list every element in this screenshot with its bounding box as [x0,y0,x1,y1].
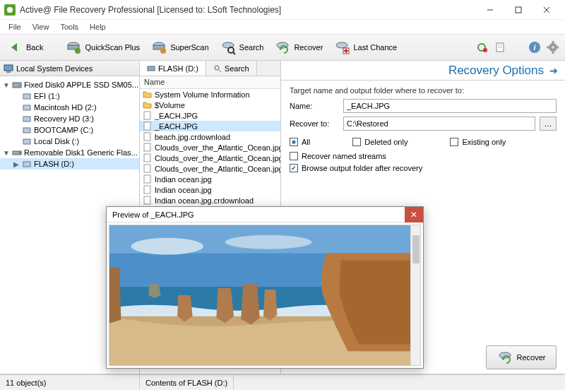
tab-search[interactable]: Search [206,61,257,76]
close-button[interactable] [533,0,561,20]
svg-rect-51 [144,143,150,151]
svg-rect-34 [6,71,11,73]
arrow-right-icon[interactable]: ➔ [549,65,558,76]
app-icon [4,4,16,16]
menu-view[interactable]: View [27,21,55,32]
preview-window[interactable]: Preview of _EACH.JPG ✕ [106,206,424,369]
document-icon[interactable] [494,41,506,54]
svg-rect-49 [144,122,150,130]
svg-rect-41 [23,139,30,144]
toolbar: Back QuickScan Plus SuperScan Search Rec… [0,34,565,61]
search-button[interactable]: Search [218,37,271,57]
svg-point-11 [160,48,166,54]
svg-rect-44 [23,162,30,167]
opt-streams[interactable]: Recover named streams [290,152,557,160]
disk-superscan-icon [151,40,167,55]
refresh-icon[interactable] [475,41,488,54]
file-row[interactable]: Indian ocean.jpg.crdownload [140,195,280,206]
recover-button[interactable]: Recover [272,37,330,57]
tree-node[interactable]: BOOTCAMP (C:) [0,124,139,136]
svg-line-14 [233,52,235,54]
filter-all[interactable]: ■All [290,138,310,146]
maximize-button[interactable] [504,0,533,20]
quickscan-button[interactable]: QuickScan Plus [63,37,147,57]
info-icon[interactable]: i [528,41,540,54]
drive-icon [147,64,155,73]
lastchance-icon [334,40,350,55]
lastchance-button[interactable]: Last Chance [331,37,404,57]
svg-point-21 [483,48,487,52]
svg-rect-40 [23,128,30,133]
svg-rect-50 [144,133,150,141]
file-row[interactable]: Indian ocean.jpg [140,184,280,195]
opt-browse[interactable]: ✔Browse output folder after recovery [290,164,557,172]
svg-point-13 [228,47,234,53]
menu-help[interactable]: Help [84,21,112,32]
tree-node[interactable]: Recovery HD (3:) [0,113,139,124]
svg-point-1 [7,7,13,13]
file-row[interactable]: _EACH.JPG [140,121,280,131]
svg-rect-35 [13,83,21,88]
svg-rect-3 [516,7,521,13]
preview-image [109,225,420,365]
tree-node[interactable]: ▼Removable Disk1 Generic Flas... [0,147,139,158]
file-row[interactable]: $Volume [140,100,280,110]
svg-point-16 [336,42,347,48]
recoverto-input[interactable] [343,117,535,131]
menubar: File View Tools Help [0,20,565,34]
svg-point-28 [552,46,554,49]
tree-node[interactable]: EFI (1:) [0,90,139,102]
search-tab-icon [213,64,222,73]
svg-point-36 [18,85,20,86]
preview-scrollbar[interactable] [410,225,420,365]
status-objects: 11 object(s) [0,375,140,390]
recover-action-button[interactable]: Recover [486,345,557,369]
recover-icon [275,40,290,55]
browse-button[interactable]: … [540,117,557,131]
svg-rect-53 [144,165,150,172]
svg-point-46 [215,66,219,70]
device-tree-header: Local System Devices [0,61,139,76]
target-label: Target name and output folder where to r… [290,86,557,95]
filter-existing[interactable]: ■Existing only [450,138,506,146]
svg-point-60 [131,238,203,255]
back-button[interactable]: Back [4,37,50,57]
preview-titlebar[interactable]: Preview of _EACH.JPG ✕ [107,207,423,222]
svg-rect-52 [144,154,150,162]
preview-close-button[interactable]: ✕ [405,207,423,222]
minimize-button[interactable] [476,0,504,20]
tree-node[interactable]: ▼Fixed Disk0 APPLE SSD SM05... [0,79,139,90]
file-row[interactable]: System Volume Information [140,89,280,100]
file-row[interactable]: Clouds_over_the_Atlantic_Ocean.jpg.crdo [140,163,280,174]
file-row[interactable]: beach.jpg.crdownload [140,131,280,142]
name-label: Name: [290,102,339,110]
file-row[interactable]: _EACH.JPG [140,110,280,121]
svg-rect-45 [148,66,155,71]
svg-rect-56 [144,196,150,204]
tree-node[interactable]: Local Disk (:) [0,136,139,147]
file-tabs: FLASH (D:) Search [140,61,280,76]
column-header-name[interactable]: Name [140,76,280,89]
svg-rect-55 [144,186,150,194]
recoverto-label: Recover to: [290,119,339,128]
file-row[interactable]: Clouds_over_the_Atlantic_Ocean.jpg [140,153,280,163]
preview-body [109,225,421,366]
gear-icon[interactable] [546,41,559,54]
svg-rect-54 [144,175,150,183]
scrollbar-thumb[interactable] [412,235,420,263]
tree-node[interactable]: ▶FLASH (D:) [0,158,139,170]
filter-deleted[interactable]: ■Deleted only [352,138,408,146]
menu-file[interactable]: File [3,21,27,32]
svg-point-8 [75,48,81,54]
menu-tools[interactable]: Tools [54,21,84,32]
superscan-button[interactable]: SuperScan [148,37,215,57]
svg-point-61 [225,235,312,249]
name-input[interactable] [343,99,557,113]
file-row[interactable]: Clouds_over_the_Atlantic_Ocean.jpg [140,142,280,153]
disk-scan-icon [66,40,81,55]
computer-icon [4,64,13,73]
tree-node[interactable]: Macintosh HD (2:) [0,102,139,113]
tab-flash[interactable]: FLASH (D:) [140,61,206,76]
svg-rect-38 [23,105,30,110]
file-row[interactable]: Indian ocean.jpg [140,174,280,184]
